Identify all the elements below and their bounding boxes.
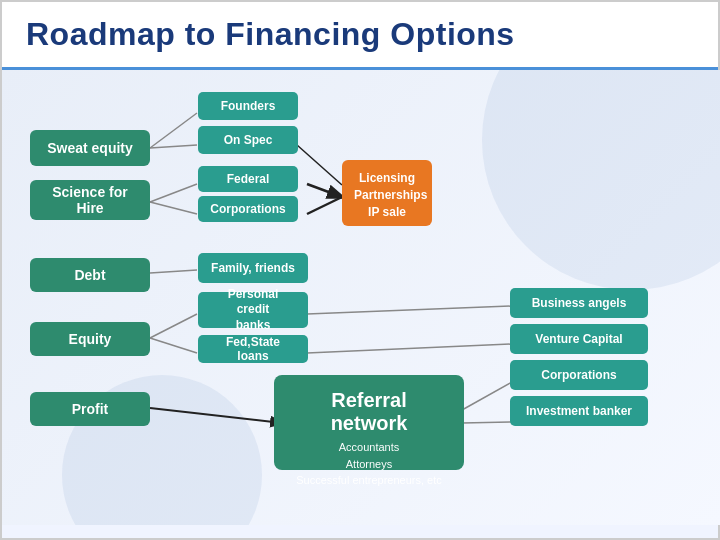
svg-line-7 (307, 184, 342, 197)
svg-line-4 (150, 270, 197, 273)
debt-box: Debt (30, 258, 150, 292)
equity-box: Equity (30, 322, 150, 356)
federal-box: Federal (198, 166, 298, 192)
venture-capital-box: Venture Capital (510, 324, 648, 354)
investment-banker-box: Investment banker (510, 396, 648, 426)
diagram-area: Sweat equity Science for Hire Debt Equit… (2, 70, 720, 525)
business-angels-box: Business angels (510, 288, 648, 318)
referral-title: Referral network (294, 389, 444, 435)
svg-line-11 (307, 344, 512, 353)
slide: Roadmap to Financing Options (0, 0, 720, 540)
corporations-right-box: Corporations (510, 360, 648, 390)
fed-state-loans-box: Fed,State loans (198, 335, 308, 363)
license-box: LicensingPartnershipsIP sale (342, 160, 432, 226)
science-for-hire-box: Science for Hire (30, 180, 150, 220)
personal-credit-box: Personal creditbanks (198, 292, 308, 328)
svg-line-2 (150, 184, 197, 202)
referral-subtitle: AccountantsAttorneysSuccessful entrepren… (294, 439, 444, 489)
on-spec-box: On Spec (198, 126, 298, 154)
svg-line-6 (150, 338, 197, 353)
page-title: Roadmap to Financing Options (26, 16, 694, 53)
svg-line-10 (307, 306, 512, 314)
founders-box: Founders (198, 92, 298, 120)
title-bar: Roadmap to Financing Options (2, 2, 718, 70)
svg-line-5 (150, 314, 197, 338)
svg-line-1 (150, 145, 197, 148)
sweat-equity-box: Sweat equity (30, 130, 150, 166)
svg-line-9 (297, 145, 342, 185)
bg-decor-1 (482, 70, 720, 290)
corporations-mid-box: Corporations (198, 196, 298, 222)
svg-line-12 (462, 382, 512, 410)
svg-line-13 (462, 422, 512, 423)
svg-line-8 (307, 197, 342, 214)
svg-line-0 (150, 113, 197, 148)
referral-network-box: Referral network AccountantsAttorneysSuc… (274, 375, 464, 470)
svg-line-3 (150, 202, 197, 214)
profit-box: Profit (30, 392, 150, 426)
family-friends-box: Family, friends (198, 253, 308, 283)
